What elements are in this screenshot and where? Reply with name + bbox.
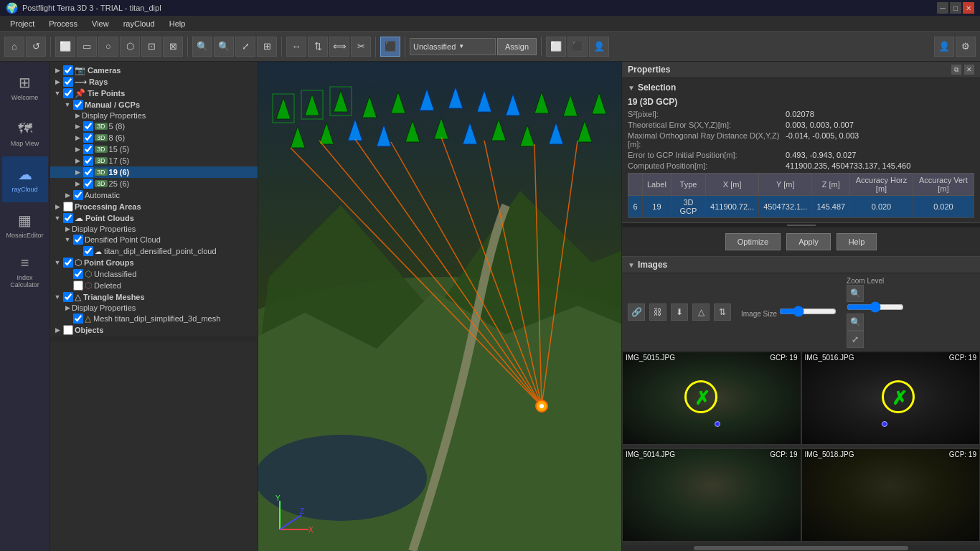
flip-v-button[interactable]: ⇅: [308, 37, 328, 57]
check-pointclouds[interactable]: [63, 213, 73, 223]
zoom-in-img-button[interactable]: 🔍: [847, 314, 864, 331]
classification-dropdown[interactable]: Unclassified ▼: [410, 38, 496, 55]
deselect-button[interactable]: ⊠: [163, 37, 183, 57]
zoom-in-button[interactable]: 🔍: [192, 37, 212, 57]
rectangle-button[interactable]: ▭: [77, 37, 97, 57]
home-button[interactable]: ⌂: [4, 37, 24, 57]
tree-item-gcp19[interactable]: ▶ 3D 19 (6): [50, 166, 258, 178]
selection-collapse[interactable]: ▼: [628, 84, 635, 92]
expand-gcp25[interactable]: ▶: [73, 179, 82, 188]
user-button[interactable]: 👤: [934, 37, 954, 57]
tree-item-pointgroups[interactable]: ▼ ⬡ Point Groups: [50, 257, 258, 268]
expand-pointclouds[interactable]: ▼: [53, 214, 62, 222]
circle-button[interactable]: ○: [98, 37, 118, 57]
check-pointgroups[interactable]: [63, 258, 73, 268]
image-cell-5015[interactable]: IMG_5015.JPG GCP: 19 ✗: [622, 352, 801, 445]
optimize-button[interactable]: Optimize: [725, 233, 781, 250]
expand-trimeshes[interactable]: ▼: [53, 293, 62, 301]
sidebar-item-raycloud[interactable]: ☁ rayCloud: [2, 156, 48, 202]
sort-asc-button[interactable]: ⬇: [671, 303, 688, 321]
mirror-button[interactable]: ⟺: [329, 37, 349, 57]
unlink-button[interactable]: ⛓: [649, 303, 666, 321]
tree-item-automatic[interactable]: ▶ Automatic: [50, 189, 258, 201]
tree-item-deleted[interactable]: ▶ ⬡ Deleted: [50, 280, 258, 291]
tree-item-manualGCPs[interactable]: ▼ Manual / GCPs: [50, 99, 258, 110]
check-automatic[interactable]: [73, 190, 83, 200]
model-button[interactable]: 👤: [589, 37, 609, 57]
expand-display1[interactable]: ▶: [73, 111, 82, 120]
sidebar-item-welcome[interactable]: ⊞ Welcome: [2, 65, 48, 110]
images-scroll[interactable]: [622, 545, 980, 551]
select-button[interactable]: ⬜: [55, 37, 75, 57]
tree-item-cameras[interactable]: ▶ 📷 Cameras: [50, 65, 258, 76]
cube-button[interactable]: ⬛: [567, 37, 588, 57]
check-densified[interactable]: [73, 235, 83, 245]
tree-item-gcp17[interactable]: ▶ 3D 17 (5): [50, 155, 258, 166]
tree-item-processing[interactable]: ▶ Processing Areas: [50, 201, 258, 212]
menu-raycloud[interactable]: rayCloud: [116, 18, 162, 29]
ortho-button[interactable]: ⊞: [257, 37, 277, 57]
zoom-slider[interactable]: [847, 302, 904, 312]
expand-manualGCPs[interactable]: ▼: [63, 100, 72, 109]
check-trimeshes[interactable]: [63, 292, 73, 302]
menu-process[interactable]: Process: [42, 18, 85, 29]
zoom-out-img-button[interactable]: 🔍: [847, 285, 864, 302]
expand-gcp15[interactable]: ▶: [73, 145, 82, 154]
check-gcp25[interactable]: [83, 179, 93, 189]
link-button[interactable]: 🔗: [628, 303, 645, 321]
zoom-out-button[interactable]: 🔍: [214, 37, 234, 57]
menu-project[interactable]: Project: [3, 18, 42, 29]
check-objects[interactable]: [63, 325, 73, 335]
check-gcp15[interactable]: [83, 144, 93, 154]
viewport-3d[interactable]: X Y Z: [258, 62, 621, 551]
expand-cameras[interactable]: ▶: [53, 66, 62, 75]
tree-item-gcp15[interactable]: ▶ 3D 15 (5): [50, 143, 258, 155]
expand-processing[interactable]: ▶: [53, 202, 62, 211]
polygon-button[interactable]: ⬡: [120, 37, 140, 57]
fit-button[interactable]: ⤢: [235, 37, 255, 57]
tree-item-pointclouds[interactable]: ▼ ☁ Point Clouds: [50, 212, 258, 224]
expand-display2[interactable]: ▶: [63, 225, 72, 233]
tree-item-display1[interactable]: ▶ Display Properties: [50, 110, 258, 121]
tree-item-densified[interactable]: ▼ Densified Point Cloud: [50, 234, 258, 245]
sidebar-item-mosaiceditor[interactable]: ▦ MosaicEditor: [2, 202, 48, 248]
expand-gcp17[interactable]: ▶: [73, 156, 82, 165]
expand-densified[interactable]: ▼: [63, 235, 72, 244]
tree-item-rays[interactable]: ▶ ⟶ Rays: [50, 76, 258, 88]
check-mesh-file[interactable]: [73, 314, 83, 324]
tree-item-display3[interactable]: ▶ Display Properties: [50, 303, 258, 313]
sort-button[interactable]: ⇅: [714, 303, 731, 321]
table-row[interactable]: 6 19 3D GCP 411900.72... 4504732.1... 14…: [628, 196, 974, 218]
cut-button[interactable]: ✂: [351, 37, 371, 57]
size-slider[interactable]: [779, 306, 837, 316]
help-button[interactable]: Help: [837, 233, 877, 250]
sidebar-item-mapview[interactable]: 🗺 Map View: [2, 110, 48, 156]
maximize-button[interactable]: □: [950, 2, 961, 14]
menu-view[interactable]: View: [85, 18, 116, 29]
triangle-button[interactable]: △: [692, 303, 710, 321]
tree-item-unclassified[interactable]: ▶ ⬡ Unclassified: [50, 268, 258, 280]
expand-gcp8[interactable]: ▶: [73, 133, 82, 142]
image-cell-5014[interactable]: IMG_5014.JPG GCP: 19: [622, 448, 801, 542]
flip-h-button[interactable]: ↔: [286, 37, 306, 57]
expand-tiepoints[interactable]: ▼: [53, 89, 62, 98]
check-gcp8[interactable]: [83, 133, 93, 143]
check-densified-file[interactable]: [83, 246, 93, 256]
fullscreen-button[interactable]: ⤢: [847, 331, 864, 348]
expand-rays[interactable]: ▶: [53, 77, 62, 86]
check-processing[interactable]: [63, 202, 73, 212]
expand-objects[interactable]: ▶: [53, 326, 62, 334]
check-gcp19[interactable]: [83, 167, 93, 177]
check-cameras[interactable]: [63, 65, 73, 75]
settings-button[interactable]: ⚙: [956, 37, 976, 57]
check-deleted[interactable]: [73, 281, 83, 291]
assign-button[interactable]: Assign: [497, 38, 537, 55]
prop-restore-button[interactable]: ⧉: [951, 65, 961, 75]
check-unclassified[interactable]: [73, 269, 83, 279]
tree-item-densified-file[interactable]: ▶ ☁ titan_dipl_densified_point_cloud: [50, 245, 258, 257]
expand-gcp5[interactable]: ▶: [73, 122, 82, 131]
expand-display3[interactable]: ▶: [63, 303, 72, 312]
expand-gcp19[interactable]: ▶: [73, 168, 82, 176]
expand-automatic[interactable]: ▶: [63, 191, 72, 199]
tree-item-objects[interactable]: ▶ Objects: [50, 324, 258, 336]
